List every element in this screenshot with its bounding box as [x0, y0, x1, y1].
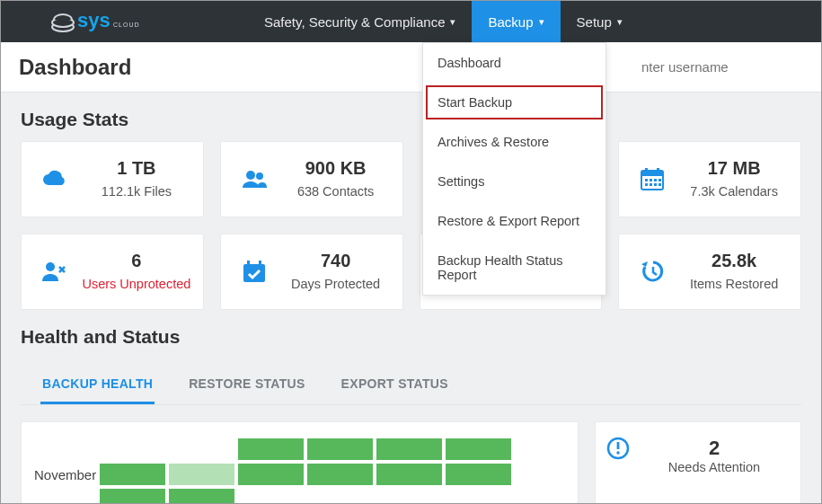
backup-dropdown: Dashboard Start Backup Archives & Restor…: [422, 42, 606, 296]
svg-rect-11: [650, 179, 652, 181]
dropdown-label: Start Backup: [438, 95, 512, 110]
svg-rect-14: [645, 183, 648, 186]
health-cell: [169, 489, 234, 504]
alert-icon: [606, 437, 630, 464]
stat-card-contacts: 900 KB 638 Contacts: [220, 141, 403, 217]
stat-value: 1 TB: [79, 158, 194, 179]
usage-stats-grid: 1 TB 112.1k Files 900 KB 638 Contacts 17…: [1, 141, 821, 310]
stat-card-files: 1 TB 112.1k Files: [21, 141, 204, 217]
nav-label: Safety, Security & Compliance: [264, 14, 445, 30]
dropdown-label: Archives & Restore: [438, 135, 549, 149]
stat-label: Days Protected: [278, 277, 393, 291]
dropdown-settings[interactable]: Settings: [423, 162, 605, 201]
svg-rect-7: [641, 171, 663, 176]
page-title: Dashboard: [19, 55, 131, 80]
tab-label: EXPORT STATUS: [341, 376, 448, 391]
health-cell: [100, 464, 165, 485]
stat-value: 900 KB: [278, 158, 393, 179]
stat-value: 740: [278, 251, 393, 271]
stat-label: 112.1k Files: [79, 184, 194, 199]
chevron-down-icon: ▾: [617, 16, 623, 28]
svg-rect-16: [654, 183, 657, 186]
month-row: November: [34, 438, 565, 504]
health-cells: [100, 438, 565, 504]
stat-card-users-unprotected: 6 Users Unprotected: [21, 234, 204, 310]
svg-rect-21: [259, 261, 261, 267]
svg-rect-13: [658, 179, 661, 181]
needs-attention-card: 2 Needs Attention: [595, 421, 801, 504]
attention-label: Needs Attention: [639, 460, 790, 474]
dropdown-label: Dashboard: [438, 56, 501, 70]
health-cell: [307, 438, 373, 460]
nav-safety-security-compliance[interactable]: Safety, Security & Compliance ▾: [248, 1, 472, 42]
health-cell: [169, 464, 234, 485]
month-label: November: [34, 467, 96, 482]
svg-rect-12: [654, 179, 657, 181]
logo: sys CLOUD: [50, 8, 149, 35]
svg-point-4: [246, 171, 255, 180]
tab-label: RESTORE STATUS: [189, 376, 305, 391]
health-cell: [169, 438, 234, 460]
svg-point-25: [616, 451, 619, 454]
dropdown-label: Restore & Export Report: [438, 214, 579, 228]
stat-label: Users Unprotected: [79, 277, 194, 291]
health-cell: [446, 464, 511, 485]
svg-text:sys: sys: [77, 9, 110, 31]
health-cell: [446, 438, 511, 460]
dropdown-archives-restore[interactable]: Archives & Restore: [423, 122, 605, 162]
stat-value: 25.8k: [676, 251, 791, 271]
health-cell: [376, 464, 442, 485]
svg-rect-10: [645, 179, 648, 181]
tab-label: BACKUP HEALTH: [42, 376, 153, 391]
backup-health-chart: November: [21, 421, 579, 504]
tab-export-status[interactable]: EXPORT STATUS: [340, 366, 450, 404]
calendar-check-icon: [230, 259, 278, 284]
nav-label: Setup: [577, 14, 612, 30]
health-tabs: BACKUP HEALTH RESTORE STATUS EXPORT STAT…: [21, 358, 801, 405]
svg-rect-17: [658, 183, 661, 186]
tab-restore-status[interactable]: RESTORE STATUS: [187, 366, 306, 404]
svg-point-5: [256, 172, 263, 180]
tab-backup-health[interactable]: BACKUP HEALTH: [40, 366, 155, 404]
stat-card-days-protected: 740 Days Protected: [220, 234, 403, 310]
svg-rect-19: [243, 264, 265, 282]
health-cell: [307, 464, 373, 485]
people-icon: [230, 168, 278, 190]
svg-rect-9: [657, 168, 659, 173]
health-cell: [238, 464, 304, 485]
chevron-down-icon: ▾: [539, 16, 544, 28]
nav-backup[interactable]: Backup ▾: [472, 1, 560, 42]
health-cell: [376, 438, 442, 460]
svg-rect-24: [617, 442, 620, 449]
restore-icon: [628, 259, 676, 284]
syscloud-logo-icon: sys CLOUD: [50, 8, 149, 35]
calendar-icon: [628, 166, 676, 191]
dropdown-backup-health-status-report[interactable]: Backup Health Status Report: [423, 241, 605, 295]
health-cell: [100, 438, 165, 460]
stat-label: 7.3k Calendars: [676, 184, 791, 199]
usage-stats-title: Usage Stats: [1, 93, 821, 141]
stat-card-calendars: 17 MB 7.3k Calendars: [618, 141, 801, 217]
health-status-title: Health and Status: [1, 310, 821, 358]
dropdown-dashboard[interactable]: Dashboard: [423, 43, 605, 83]
health-cell: [238, 438, 304, 460]
dropdown-label: Backup Health Status Report: [438, 253, 562, 282]
cloud-icon: [31, 169, 79, 189]
nav-setup[interactable]: Setup ▾: [561, 1, 639, 42]
chevron-down-icon: ▾: [450, 16, 455, 28]
svg-rect-15: [650, 183, 652, 186]
svg-rect-8: [645, 168, 648, 173]
stat-label: Items Restored: [676, 277, 791, 291]
svg-point-18: [46, 262, 55, 271]
top-nav: sys CLOUD Safety, Security & Compliance …: [1, 1, 821, 42]
dropdown-start-backup[interactable]: Start Backup: [423, 83, 605, 122]
stat-value: 6: [79, 251, 194, 271]
username-search-input[interactable]: [641, 59, 803, 75]
nav-label: Backup: [488, 14, 533, 30]
stat-card-items-restored: 25.8k Items Restored: [618, 234, 801, 310]
attention-count: 2: [639, 437, 790, 460]
svg-text:CLOUD: CLOUD: [113, 22, 140, 28]
dropdown-restore-export-report[interactable]: Restore & Export Report: [423, 201, 605, 241]
stat-value: 17 MB: [676, 158, 791, 179]
health-cell: [100, 489, 165, 504]
